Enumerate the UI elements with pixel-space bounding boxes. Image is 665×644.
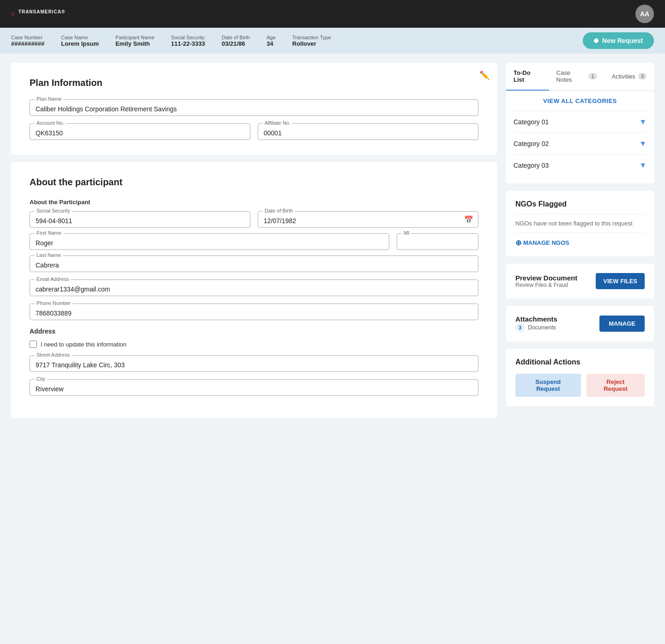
attachments-count-badge: 3 xyxy=(515,323,525,332)
tab-case-notes[interactable]: Case Notes 1 xyxy=(549,63,605,91)
age-label: Age xyxy=(266,35,276,40)
plan-name-field: Plan Name Caliber Holdings Corporation R… xyxy=(30,99,478,116)
transaction-type-label: Transaction Type xyxy=(292,35,331,40)
preview-document-card: Preview Document Review Files & Fraud VI… xyxy=(506,264,654,298)
mi-label: MI xyxy=(402,230,411,236)
attachments-info: Attachments 3 Documents xyxy=(515,315,557,332)
email-group: Email Address cabrerar1334@gmail.com xyxy=(30,279,478,296)
transaction-type-value: Rollover xyxy=(292,40,331,47)
left-panel: ✏️ Plan Information Plan Name Caliber Ho… xyxy=(11,63,497,425)
city-label: City xyxy=(35,376,47,382)
dob-value: 03/21/86 xyxy=(222,40,250,47)
category-list: Category 01 ▼ Category 02 ▼ Category 03 … xyxy=(506,111,654,183)
logo-area: ▫ TRANSAMERICA® xyxy=(11,8,65,20)
update-checkbox-row: I need to update this information xyxy=(30,340,478,348)
edit-icon[interactable]: ✏️ xyxy=(479,70,490,80)
participant-title: About the participant xyxy=(30,177,478,188)
account-no-field: Account No. QK63150 xyxy=(30,123,250,140)
plan-name-group: Plan Name Caliber Holdings Corporation R… xyxy=(30,99,478,116)
plan-name-label: Plan Name xyxy=(35,96,63,102)
city-field: City Riverview xyxy=(30,379,478,396)
avatar[interactable]: AA xyxy=(635,5,654,23)
preview-sub: Review Files & Fraud xyxy=(515,282,577,288)
ngos-divider-top xyxy=(515,214,645,214)
dob-value: 12/07/1982 xyxy=(264,215,472,225)
chevron-down-icon-2: ▼ xyxy=(639,140,647,148)
dob-field: Date of Birth 12/07/1982 📅 xyxy=(258,211,478,228)
social-security-label: Social Security xyxy=(171,35,205,40)
category-item-1[interactable]: Category 01 ▼ xyxy=(514,111,647,133)
mi-value xyxy=(403,237,472,239)
last-name-group: Last Name Cabrera xyxy=(30,255,478,272)
city-value: Riverview xyxy=(36,383,472,393)
tab-activities[interactable]: Activities 3 xyxy=(605,63,654,91)
email-field: Email Address cabrerar1334@gmail.com xyxy=(30,279,478,296)
city-group: City Riverview xyxy=(30,379,478,396)
phone-label: Phone Number xyxy=(35,300,73,306)
right-panel: To-Do List Case Notes 1 Activities 3 VIE… xyxy=(506,63,654,425)
participant-card: About the participant About the Particip… xyxy=(11,162,497,418)
age-field: Age 34 xyxy=(266,35,276,47)
account-affiliate-row: Account No. QK63150 Affiliate No. 00001 xyxy=(30,123,478,140)
suspend-request-button[interactable]: Suspend Request xyxy=(515,374,581,397)
update-info-checkbox[interactable] xyxy=(30,340,37,348)
update-info-label: I need to update this information xyxy=(41,341,127,348)
firstname-mi-row: First Name Roger MI xyxy=(30,233,478,250)
street-address-field: Street Address 9717 Tranquility Lake Cir… xyxy=(30,355,478,372)
attachments-title: Attachments xyxy=(515,315,557,323)
phone-value: 7868033889 xyxy=(36,308,472,317)
attachments-sub: 3 Documents xyxy=(515,323,557,332)
plan-name-value: Caliber Holdings Corporation Retirement … xyxy=(36,103,472,113)
manage-attachments-button[interactable]: MANAGE xyxy=(599,316,645,332)
plus-icon: ⊕ xyxy=(515,238,521,247)
activities-badge: 3 xyxy=(638,73,647,79)
ss-dob-row: Social Security 594-04-8011 Date of Birt… xyxy=(30,211,478,228)
tab-todo[interactable]: To-Do List xyxy=(506,63,549,91)
manage-ngos-link[interactable]: ⊕ MANAGE NGOS xyxy=(515,238,645,247)
ngo-empty-text: NGOs have not been flagged to this reque… xyxy=(515,220,645,227)
affiliate-no-label: Affiliate No. xyxy=(263,120,292,126)
chevron-down-icon-1: ▼ xyxy=(639,118,647,126)
account-no-label: Account No. xyxy=(35,120,66,126)
preview-title: Preview Document xyxy=(515,274,577,282)
additional-actions-title: Additional Actions xyxy=(515,358,645,366)
mi-field: MI xyxy=(397,233,478,250)
preview-row: Preview Document Review Files & Fraud VI… xyxy=(515,273,645,289)
calendar-icon[interactable]: 📅 xyxy=(464,215,473,224)
top-header: ▫ TRANSAMERICA® AA xyxy=(0,0,665,28)
logo-text: TRANSAMERICA® xyxy=(18,9,65,19)
new-request-dot-icon xyxy=(594,38,598,43)
account-no-value: QK63150 xyxy=(36,128,244,137)
action-buttons: Suspend Request Reject Request xyxy=(515,374,645,397)
category-1-name: Category 01 xyxy=(514,118,549,126)
view-files-button[interactable]: VIEW FILES xyxy=(596,273,645,289)
participant-name-value: Emily Smith xyxy=(115,40,154,47)
chevron-down-icon-3: ▼ xyxy=(639,161,647,170)
additional-actions-card: Additional Actions Suspend Request Rejec… xyxy=(506,349,654,406)
preview-info: Preview Document Review Files & Fraud xyxy=(515,274,577,288)
new-request-button[interactable]: New Request xyxy=(583,32,654,49)
ngos-card: NGOs Flagged NGOs have not been flagged … xyxy=(506,191,654,256)
case-number-field: Case Number ########## xyxy=(11,35,44,47)
social-security-field: Social Security 111-22-3333 xyxy=(171,35,205,47)
reject-request-button[interactable]: Reject Request xyxy=(586,374,645,397)
main-content: ✏️ Plan Information Plan Name Caliber Ho… xyxy=(0,54,665,435)
case-number-label: Case Number xyxy=(11,35,44,40)
transaction-type-field: Transaction Type Rollover xyxy=(292,35,331,47)
age-value: 34 xyxy=(266,40,276,47)
logo-flame-icon: ▫ xyxy=(11,8,15,20)
participant-name-field: Participant Name Emily Smith xyxy=(115,35,154,47)
attachments-card: Attachments 3 Documents MANAGE xyxy=(506,306,654,341)
plan-information-card: ✏️ Plan Information Plan Name Caliber Ho… xyxy=(11,63,497,155)
email-label: Email Address xyxy=(35,276,71,282)
attachments-row: Attachments 3 Documents MANAGE xyxy=(515,315,645,332)
phone-group: Phone Number 7868033889 xyxy=(30,304,478,320)
last-name-field: Last Name Cabrera xyxy=(30,255,478,272)
affiliate-no-field: Affiliate No. 00001 xyxy=(258,123,478,140)
email-value: cabrerar1334@gmail.com xyxy=(36,284,472,293)
phone-field: Phone Number 7868033889 xyxy=(30,304,478,320)
view-all-categories-link[interactable]: VIEW ALL CATEGORIES xyxy=(506,91,654,111)
tabs-card: To-Do List Case Notes 1 Activities 3 VIE… xyxy=(506,63,654,183)
category-item-2[interactable]: Category 02 ▼ xyxy=(514,133,647,154)
category-item-3[interactable]: Category 03 ▼ xyxy=(514,154,647,176)
